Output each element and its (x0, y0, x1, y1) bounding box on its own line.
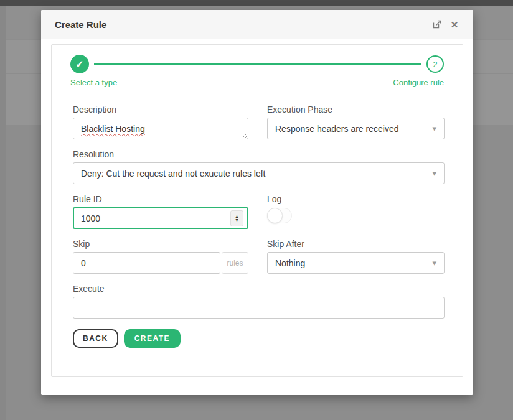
modal-header-actions: ✕ (432, 19, 459, 29)
rule-id-input[interactable]: 1000 ▲ ▼ (73, 207, 248, 229)
skip-value: 0 (81, 258, 86, 268)
toggle-knob (267, 208, 283, 223)
back-button[interactable]: BACK (73, 329, 118, 348)
execution-phase-field: Execution Phase Response headers are rec… (267, 105, 445, 139)
execution-phase-value: Response headers are received (275, 124, 398, 134)
resolution-select[interactable]: Deny: Cut the request and not exucute ru… (73, 162, 445, 184)
skip-field: Skip 0 rules (73, 239, 248, 274)
checkmark-icon: ✓ (75, 58, 83, 70)
stepper-connector (94, 63, 421, 65)
step-1-completed[interactable]: ✓ (70, 55, 89, 73)
chevron-down-icon: ▾ (432, 124, 436, 133)
description-textarea[interactable]: Blacklist Hosting (73, 118, 248, 139)
stepper-track: ✓ 2 (70, 55, 444, 73)
number-stepper[interactable]: ▲ ▼ (230, 210, 243, 226)
background-left-edge (0, 6, 6, 420)
expand-icon[interactable] (432, 19, 442, 29)
step-1-label: Select a type (70, 78, 117, 87)
skip-after-field: Skip After Nothing ▾ (267, 239, 445, 274)
description-value: Blacklist Hosting (81, 124, 145, 134)
modal-title: Create Rule (55, 19, 106, 30)
rule-form: Description Blacklist Hosting Execution … (73, 105, 441, 329)
execution-phase-label: Execution Phase (267, 105, 445, 114)
execution-phase-select[interactable]: Response headers are received ▾ (267, 118, 445, 139)
chevron-down-icon: ▼ (235, 218, 239, 222)
modal-body-panel: ✓ 2 Select a type Configure rule Descrip… (51, 44, 463, 377)
skip-after-label: Skip After (267, 239, 445, 249)
step-2-number: 2 (433, 60, 437, 69)
step-2-active[interactable]: 2 (426, 55, 444, 73)
rule-id-value: 1000 (81, 213, 230, 223)
resolution-field: Resolution Deny: Cut the request and not… (73, 149, 445, 184)
step-2-label: Configure rule (393, 78, 444, 87)
resize-handle-icon[interactable] (241, 132, 247, 138)
chevron-down-icon: ▾ (432, 259, 436, 267)
create-rule-modal: Create Rule ✕ ✓ 2 (41, 10, 473, 395)
description-field: Description Blacklist Hosting (73, 105, 248, 139)
background-top-bar (0, 0, 513, 6)
log-field: Log (267, 194, 445, 229)
close-icon[interactable]: ✕ (449, 19, 459, 29)
execute-field: Execute (73, 284, 445, 319)
log-toggle[interactable] (267, 208, 292, 223)
modal-footer-buttons: BACK CREATE (73, 329, 441, 348)
skip-unit-addon: rules (222, 252, 248, 274)
chevron-down-icon: ▾ (432, 169, 436, 177)
execute-label: Execute (73, 284, 445, 294)
wizard-stepper: ✓ 2 Select a type Configure rule (70, 55, 444, 87)
resolution-label: Resolution (73, 149, 445, 159)
skip-label: Skip (73, 239, 248, 249)
description-label: Description (73, 105, 248, 114)
skip-input-group: 0 rules (73, 252, 248, 274)
skip-input[interactable]: 0 (73, 252, 220, 274)
create-button[interactable]: CREATE (124, 329, 181, 348)
resolution-value: Deny: Cut the request and not exucute ru… (81, 169, 266, 179)
rule-id-label: Rule ID (73, 194, 248, 204)
skip-after-value: Nothing (275, 258, 305, 268)
skip-after-select[interactable]: Nothing ▾ (267, 252, 445, 274)
execute-input[interactable] (73, 297, 445, 319)
modal-header: Create Rule ✕ (41, 10, 473, 39)
rule-id-field: Rule ID 1000 ▲ ▼ (73, 194, 248, 229)
stepper-labels: Select a type Configure rule (70, 78, 444, 87)
log-label: Log (267, 194, 445, 204)
